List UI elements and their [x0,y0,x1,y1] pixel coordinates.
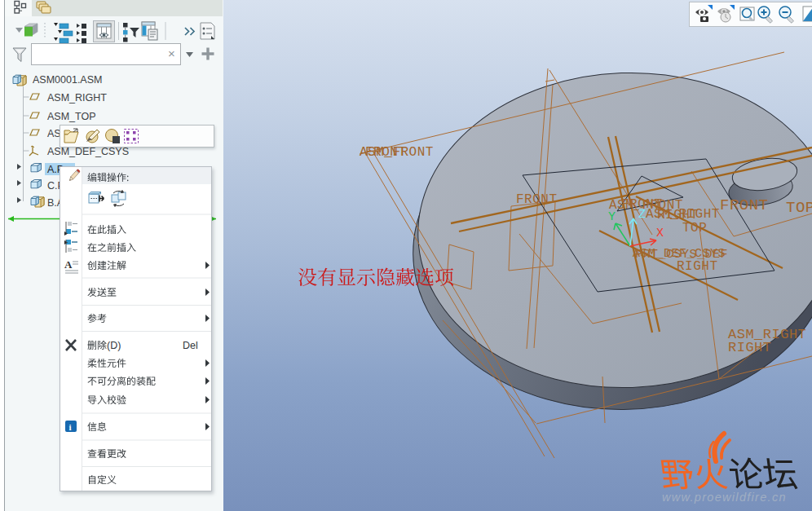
svg-text:FRONT: FRONT [516,192,558,207]
svg-text:RIGHT: RIGHT [677,259,718,274]
svg-text:FRONT: FRONT [720,196,769,214]
svg-text:www.proewildfire.cn: www.proewildfire.cn [662,491,787,504]
svg-text:TOP: TOP [682,221,707,236]
svg-text:Z: Z [638,208,647,222]
svg-text:RIGHT: RIGHT [728,340,772,355]
svg-text:X: X [656,227,664,240]
svg-text:(D): (D) [107,340,121,351]
svg-text:TOP: TOP [786,199,812,217]
svg-text:ASM_TOP: ASM_TOP [47,111,96,122]
svg-text:Y: Y [608,210,616,224]
svg-text:ASM_RIGHT: ASM_RIGHT [47,92,107,104]
svg-text:ASM_DEF_CSYS: ASM_DEF_CSYS [47,146,129,157]
svg-text:Del: Del [183,340,198,351]
svg-text:FRONT: FRONT [365,145,407,160]
svg-text:A: A [64,258,73,271]
svg-text:i: i [69,422,72,432]
svg-text:ASM0001.ASM: ASM0001.ASM [33,74,102,86]
